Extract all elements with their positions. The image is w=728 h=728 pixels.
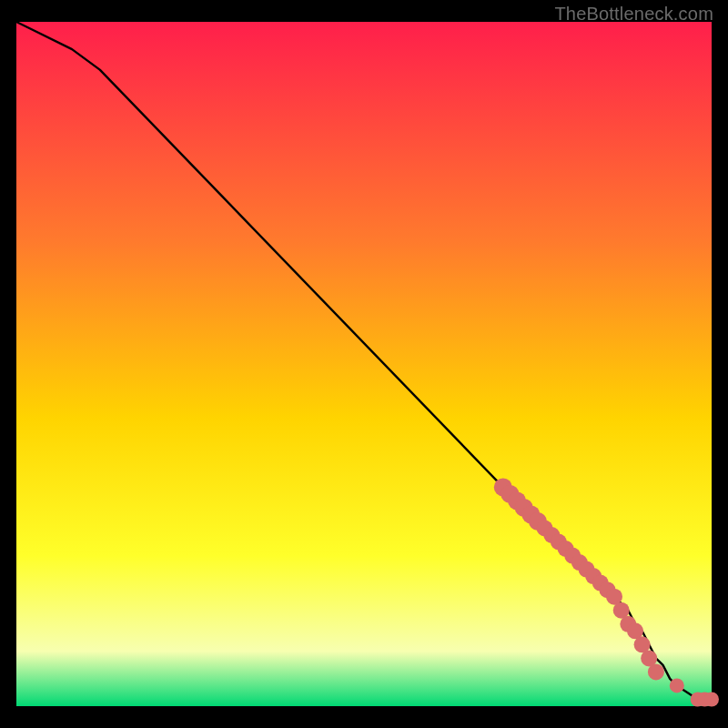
chart-svg	[0, 0, 728, 728]
plot-background	[16, 22, 712, 706]
data-dot	[704, 693, 719, 707]
watermark-label: TheBottleneck.com	[554, 4, 713, 25]
chart-stage: TheBottleneck.com	[0, 0, 728, 728]
data-dot	[648, 663, 664, 680]
data-dot	[670, 678, 684, 693]
